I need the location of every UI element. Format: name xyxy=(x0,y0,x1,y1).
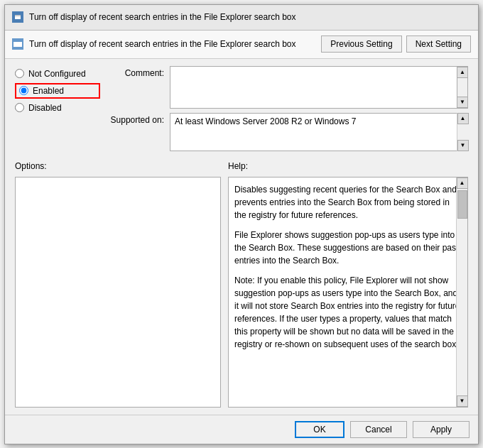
bottom-section: Options: Help: Disables suggesting recen… xyxy=(15,161,468,408)
help-box: Disables suggesting recent queries for t… xyxy=(228,177,468,408)
help-scroll-thumb[interactable] xyxy=(457,190,467,219)
enabled-radio[interactable] xyxy=(19,86,28,95)
right-section: Comment: ▲ ▼ Supported on: At least xyxy=(107,66,468,151)
header-buttons: Previous Setting Next Setting xyxy=(321,35,471,53)
footer: OK Cancel Apply xyxy=(5,415,478,444)
comment-scroll-up[interactable]: ▲ xyxy=(457,67,468,78)
disabled-label: Disabled xyxy=(28,103,62,113)
comment-label: Comment: xyxy=(107,66,164,78)
main-content: Not Configured Enabled Disabled Comme xyxy=(5,59,478,415)
options-panel: Options: xyxy=(15,161,221,408)
supported-text: At least Windows Server 2008 R2 or Windo… xyxy=(170,113,468,151)
disabled-radio[interactable] xyxy=(15,103,24,112)
title-bar-icon xyxy=(12,11,23,23)
supported-scroll-down[interactable]: ▼ xyxy=(457,140,469,151)
options-label: Options: xyxy=(15,161,221,171)
enabled-label: Enabled xyxy=(33,86,64,96)
help-scroll-down[interactable]: ▼ xyxy=(457,395,468,407)
help-para-3: Note: If you enable this policy, File Ex… xyxy=(234,274,462,351)
previous-setting-button[interactable]: Previous Setting xyxy=(321,35,401,53)
supported-scroll-up[interactable]: ▲ xyxy=(457,113,469,124)
radio-enabled[interactable]: Enabled xyxy=(19,86,64,96)
ok-button[interactable]: OK xyxy=(295,421,344,438)
title-bar-text: Turn off display of recent search entrie… xyxy=(29,12,471,22)
comment-field-container: ▲ ▼ xyxy=(170,66,468,109)
apply-button[interactable]: Apply xyxy=(413,421,470,438)
help-label: Help: xyxy=(228,161,468,171)
header-policy-title: Turn off display of recent search entrie… xyxy=(29,39,296,49)
help-scroll-up[interactable]: ▲ xyxy=(457,177,468,189)
header-title: Turn off display of recent search entrie… xyxy=(12,38,321,50)
comment-scrollbar: ▲ ▼ xyxy=(457,66,468,109)
help-para-1: Disables suggesting recent queries for t… xyxy=(234,183,462,222)
not-configured-label: Not Configured xyxy=(28,69,86,79)
top-section: Not Configured Enabled Disabled Comme xyxy=(15,66,468,151)
help-scrollbar: ▲ ▼ xyxy=(456,177,467,407)
next-setting-button[interactable]: Next Setting xyxy=(406,35,471,53)
comment-row: Comment: ▲ ▼ xyxy=(107,66,468,109)
supported-label: Supported on: xyxy=(107,113,164,125)
svg-rect-5 xyxy=(13,40,22,42)
help-para-2: File Explorer shows suggestion pop-ups a… xyxy=(234,229,462,267)
supported-row: Supported on: At least Windows Server 20… xyxy=(107,113,468,151)
comment-scroll-down[interactable]: ▼ xyxy=(457,97,468,108)
policy-icon xyxy=(12,38,23,50)
supported-scrollbar: ▲ ▼ xyxy=(457,113,468,151)
header-row: Turn off display of recent search entrie… xyxy=(5,31,478,59)
radio-disabled[interactable]: Disabled xyxy=(15,103,100,113)
options-box xyxy=(15,177,221,408)
not-configured-radio[interactable] xyxy=(15,69,24,78)
dialog: Turn off display of recent search entrie… xyxy=(4,4,479,444)
help-content: Disables suggesting recent queries for t… xyxy=(234,183,462,351)
radio-group: Not Configured Enabled Disabled xyxy=(15,66,100,151)
supported-container: At least Windows Server 2008 R2 or Windo… xyxy=(170,113,468,151)
svg-rect-2 xyxy=(15,15,21,16)
comment-textarea[interactable] xyxy=(170,66,468,109)
cancel-button[interactable]: Cancel xyxy=(350,421,407,438)
radio-not-configured[interactable]: Not Configured xyxy=(15,69,100,79)
help-panel: Help: Disables suggesting recent queries… xyxy=(228,161,468,408)
enabled-wrapper: Enabled xyxy=(15,83,100,99)
title-bar: Turn off display of recent search entrie… xyxy=(5,5,478,31)
